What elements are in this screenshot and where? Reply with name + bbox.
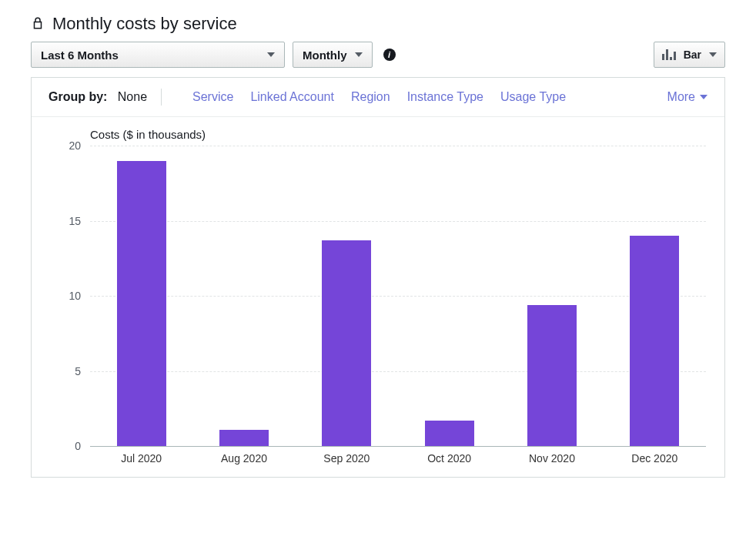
group-by-bar: Group by: None Service Linked Account Re… <box>32 78 724 117</box>
y-tick: 0 <box>75 440 81 452</box>
bar-slot <box>192 146 295 446</box>
x-axis: Jul 2020Aug 2020Sep 2020Oct 2020Nov 2020… <box>90 446 706 469</box>
bar-slot <box>500 146 603 446</box>
date-range-value: Last 6 Months <box>41 49 119 62</box>
x-tick: Sep 2020 <box>296 446 398 469</box>
chevron-down-icon <box>267 52 275 57</box>
page-title-row: Monthly costs by service <box>31 14 725 34</box>
bar[interactable] <box>630 236 679 446</box>
chart-plot: 05101520 Jul 2020Aug 2020Sep 2020Oct 202… <box>50 146 706 469</box>
chart-type-select[interactable]: Bar <box>654 42 725 68</box>
group-by-option-linked-account[interactable]: Linked Account <box>250 90 334 104</box>
chart-type-value: Bar <box>684 49 701 61</box>
group-by-selected: None <box>118 90 147 103</box>
bar-slot <box>604 146 706 446</box>
bars-container <box>90 146 706 446</box>
date-range-select[interactable]: Last 6 Months <box>31 42 285 68</box>
bar[interactable] <box>527 305 577 446</box>
y-tick: 5 <box>75 365 81 377</box>
bar-chart-icon <box>662 49 676 60</box>
group-by-option-usage-type[interactable]: Usage Type <box>500 90 566 104</box>
granularity-select[interactable]: Monthly <box>293 42 373 68</box>
x-tick: Dec 2020 <box>604 446 706 469</box>
x-tick: Nov 2020 <box>500 446 603 469</box>
group-by-label: Group by: <box>49 90 107 103</box>
divider <box>161 89 162 106</box>
group-by-option-region[interactable]: Region <box>351 90 390 104</box>
bar[interactable] <box>219 430 269 446</box>
bar[interactable] <box>425 421 474 446</box>
y-axis: 05101520 <box>50 146 90 446</box>
y-tick: 15 <box>69 215 81 227</box>
y-tick: 20 <box>69 139 81 152</box>
lock-icon <box>31 15 45 33</box>
page-title: Monthly costs by service <box>52 14 237 34</box>
bar[interactable] <box>117 161 166 447</box>
granularity-value: Monthly <box>303 49 347 62</box>
chart-area: Costs ($ in thousands) 05101520 Jul 2020… <box>32 117 724 477</box>
info-icon[interactable]: i <box>383 49 396 61</box>
group-by-more-label: More <box>667 90 695 104</box>
x-tick: Oct 2020 <box>398 446 500 469</box>
chart-ylabel: Costs ($ in thousands) <box>90 128 706 141</box>
x-tick: Aug 2020 <box>192 446 295 469</box>
chevron-down-icon <box>700 95 707 99</box>
bar-slot <box>90 146 192 446</box>
bar-slot <box>398 146 500 446</box>
x-tick: Jul 2020 <box>90 446 192 469</box>
controls-row: Last 6 Months Monthly i Bar <box>31 42 725 68</box>
group-by-more[interactable]: More <box>667 90 707 104</box>
chart-panel: Group by: None Service Linked Account Re… <box>31 77 725 478</box>
chevron-down-icon <box>355 52 363 57</box>
group-by-option-service[interactable]: Service <box>192 90 233 104</box>
chevron-down-icon <box>709 52 717 57</box>
bar-slot <box>296 146 398 446</box>
bar[interactable] <box>322 240 371 446</box>
group-by-option-instance-type[interactable]: Instance Type <box>407 90 483 104</box>
y-tick: 10 <box>69 290 81 302</box>
